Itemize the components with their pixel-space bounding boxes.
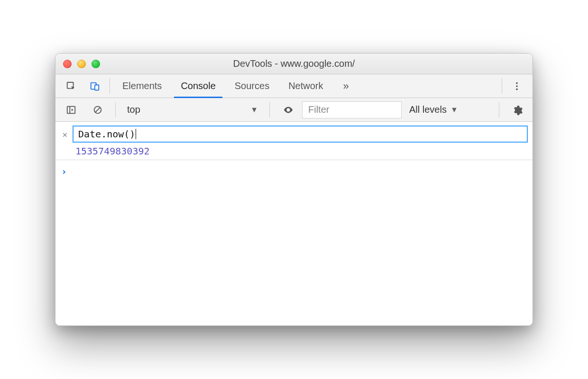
clear-icon: [92, 105, 103, 115]
live-expression-result: 1535749830392: [60, 143, 528, 157]
console-body: ✕ Date.now() 1535749830392 ›: [55, 122, 533, 325]
svg-point-4: [516, 85, 518, 87]
console-prompt[interactable]: ›: [55, 160, 533, 183]
expression-text: Date.now(): [78, 128, 135, 140]
inspect-icon: [66, 81, 76, 91]
filter-input[interactable]: [302, 101, 402, 118]
kebab-icon: [512, 81, 522, 91]
log-levels-select[interactable]: All levels ▼: [404, 104, 463, 115]
toolbar-separator: [269, 102, 270, 117]
live-expression-input[interactable]: Date.now(): [73, 126, 528, 143]
more-tabs-button[interactable]: »: [337, 74, 354, 98]
kebab-menu-button[interactable]: [505, 74, 529, 98]
svg-line-9: [95, 108, 100, 112]
console-toolbar: top ▼ All levels ▼: [55, 98, 533, 122]
traffic-lights: [55, 60, 100, 68]
clear-console-button[interactable]: [86, 105, 110, 115]
svg-rect-6: [67, 106, 75, 113]
eye-icon: [282, 105, 293, 115]
text-cursor: [136, 129, 136, 139]
gear-icon: [512, 105, 522, 115]
execution-context-select[interactable]: top ▼: [121, 101, 264, 118]
svg-point-3: [516, 82, 518, 84]
device-icon: [90, 81, 100, 91]
window-title: DevTools - www.google.com/: [55, 58, 533, 69]
close-window-button[interactable]: [63, 60, 72, 68]
prompt-chevron-icon: ›: [61, 166, 67, 177]
tab-console[interactable]: Console: [171, 74, 225, 98]
tab-elements[interactable]: Elements: [113, 74, 171, 98]
tab-network[interactable]: Network: [279, 74, 332, 98]
toolbar-separator: [499, 102, 499, 117]
titlebar: DevTools - www.google.com/: [55, 54, 533, 74]
devtools-window: DevTools - www.google.com/ Elements Cons…: [55, 53, 533, 326]
chevrons-right-icon: »: [343, 80, 348, 92]
live-expression-button[interactable]: [276, 105, 299, 115]
toolbar-separator: [115, 102, 116, 117]
zoom-window-button[interactable]: [92, 60, 100, 68]
levels-label: All levels: [409, 104, 447, 115]
toolbar-separator: [502, 78, 502, 94]
caret-down-icon: ▼: [250, 106, 258, 114]
minimize-window-button[interactable]: [77, 60, 86, 68]
inspect-element-button[interactable]: [59, 74, 83, 98]
toolbar-separator: [110, 78, 110, 94]
caret-down-icon: ▼: [450, 106, 458, 114]
live-expression-row: ✕ Date.now() 1535749830392: [55, 122, 533, 160]
svg-rect-2: [95, 85, 99, 90]
toggle-sidebar-button[interactable]: [59, 105, 83, 115]
remove-expression-button[interactable]: ✕: [60, 129, 70, 139]
svg-point-5: [516, 88, 518, 90]
console-settings-button[interactable]: [505, 105, 529, 115]
toggle-device-button[interactable]: [83, 74, 107, 98]
main-toolbar: Elements Console Sources Network »: [55, 74, 533, 98]
svg-point-10: [287, 109, 289, 111]
sidebar-icon: [66, 105, 76, 115]
context-label: top: [127, 104, 140, 115]
tab-sources[interactable]: Sources: [225, 74, 279, 98]
